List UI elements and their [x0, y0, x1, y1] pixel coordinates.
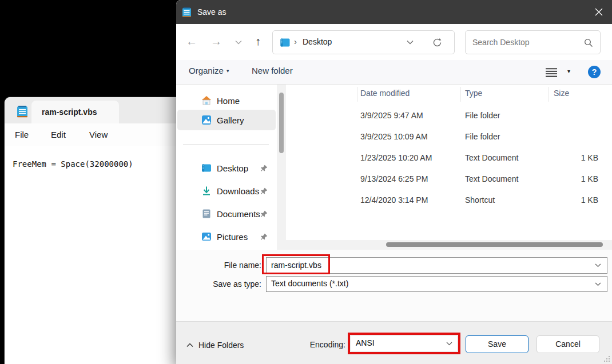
column-header-date-modified[interactable]: Date modified — [360, 89, 410, 98]
forward-icon[interactable]: → — [208, 33, 225, 50]
sidebar-item-downloads[interactable]: Downloads — [177, 181, 276, 201]
new-folder-button[interactable]: New folder — [252, 66, 293, 75]
hide-folders-button[interactable]: Hide Folders — [183, 338, 247, 353]
search-input[interactable] — [472, 31, 581, 53]
chevron-down-icon — [446, 342, 452, 346]
recent-locations-chevron-icon[interactable] — [230, 35, 247, 45]
sidebar-item-gallery[interactable]: Gallery — [177, 110, 276, 130]
sidebar: Home Gallery — [176, 85, 277, 250]
horizontal-scrollbar[interactable] — [286, 240, 612, 250]
cell-type: Text Document — [465, 174, 551, 183]
sidebar-item-label: Gallery — [217, 115, 276, 125]
column-header-size[interactable]: Size — [554, 89, 569, 98]
organize-caret-icon: ▾ — [226, 68, 229, 74]
table-row[interactable]: 1/23/2025 10:20 AM Text Document 1 KB — [286, 147, 612, 169]
notepad-tab-bar: ram-script.vbs — [5, 97, 177, 123]
notepad-menubar: File Edit View — [5, 123, 177, 146]
breadcrumb-desktop[interactable]: Desktop — [303, 37, 332, 46]
cell-date: 3/9/2025 9:47 AM — [360, 111, 460, 120]
home-icon — [201, 95, 212, 106]
pin-icon — [260, 233, 268, 241]
table-row[interactable]: 3/9/2025 10:09 AM File folder — [286, 126, 612, 147]
refresh-icon[interactable] — [432, 37, 443, 48]
notepad-menu-file[interactable]: File — [11, 129, 32, 141]
file-name-input[interactable] — [271, 258, 569, 272]
file-name-label: File name: — [176, 261, 261, 270]
sidebar-item-pictures[interactable]: Pictures — [177, 226, 276, 247]
column-divider[interactable] — [357, 87, 357, 102]
documents-icon — [201, 209, 212, 219]
table-row[interactable]: 3/9/2025 9:47 AM File folder — [286, 105, 612, 126]
sidebar-scrollbar[interactable] — [277, 85, 286, 250]
notepad-tab-ram-script[interactable]: ram-script.vbs — [31, 101, 119, 123]
table-row[interactable]: 12/4/2020 3:14 PM Shortcut 1 KB — [286, 190, 612, 211]
up-icon[interactable]: ↑ — [249, 33, 267, 50]
save-button[interactable]: Save — [466, 335, 528, 353]
sidebar-item-home[interactable]: Home — [177, 90, 276, 111]
file-browser: Home Gallery — [176, 85, 612, 250]
filename-section: File name: Save as type: Text documents … — [176, 250, 612, 321]
notepad-code-line: FreeMem = Space(32000000) — [13, 159, 133, 169]
file-list-header: Date modified Type Size — [286, 85, 612, 104]
dialog-footer: Hide Folders Encoding: ANSI Save Cancel — [176, 321, 612, 364]
organize-label: Organize — [189, 66, 224, 75]
cell-type: File folder — [465, 111, 551, 120]
sidebar-item-label: Documents — [217, 209, 260, 219]
save-as-type-combobox[interactable]: Text documents (*.txt) — [266, 276, 607, 292]
cancel-button[interactable]: Cancel — [537, 335, 599, 353]
notepad-icon — [16, 105, 29, 118]
dialog-toolbar: Organize▾ New folder ▾ ? — [176, 60, 612, 85]
address-bar[interactable]: › Desktop — [272, 30, 455, 54]
file-list: Date modified Type Size 3/9/2025 9:47 AM… — [286, 85, 612, 250]
chevron-down-icon — [595, 282, 601, 286]
file-name-combobox[interactable] — [266, 257, 607, 274]
encoding-label: Encoding: — [271, 340, 345, 349]
cell-size: 1 KB — [554, 174, 598, 183]
notepad-menu-view[interactable]: View — [86, 129, 111, 141]
pictures-icon — [201, 231, 212, 242]
cell-size: 1 KB — [554, 195, 598, 205]
sidebar-item-desktop[interactable]: Desktop — [177, 158, 276, 178]
pin-icon — [260, 187, 268, 195]
cell-type: Text Document — [465, 153, 551, 162]
encoding-combobox[interactable]: ANSI — [351, 336, 457, 351]
column-header-type[interactable]: Type — [465, 89, 482, 98]
desktop-icon — [201, 163, 212, 173]
save-as-type-value: Text documents (*.txt) — [271, 279, 348, 288]
cell-date: 9/13/2024 6:25 PM — [360, 174, 460, 183]
back-icon[interactable]: ← — [183, 33, 200, 50]
table-row[interactable]: 9/13/2024 6:25 PM Text Document 1 KB — [286, 169, 612, 190]
cell-date: 3/9/2025 10:09 AM — [360, 132, 460, 141]
column-divider[interactable] — [460, 87, 461, 102]
resize-grip[interactable] — [603, 355, 610, 362]
encoding-value: ANSI — [356, 338, 375, 347]
gallery-icon — [201, 115, 212, 125]
cell-date: 12/4/2020 3:14 PM — [360, 195, 460, 205]
view-options-icon[interactable] — [546, 68, 557, 77]
chevron-down-icon — [595, 263, 601, 267]
horizontal-scrollbar-thumb[interactable] — [386, 242, 603, 247]
sidebar-item-label: Desktop — [217, 163, 260, 173]
notepad-menu-edit[interactable]: Edit — [47, 129, 69, 141]
search-box — [465, 30, 601, 54]
organize-button[interactable]: Organize▾ — [189, 66, 229, 75]
close-icon[interactable] — [586, 0, 612, 24]
cell-type: Shortcut — [465, 195, 551, 205]
address-dropdown-chevron-icon[interactable] — [407, 40, 414, 45]
cell-size: 1 KB — [554, 153, 598, 162]
sidebar-item-label: Downloads — [217, 186, 260, 196]
save-as-type-label: Save as type: — [176, 279, 261, 289]
help-icon[interactable]: ? — [588, 66, 601, 78]
sidebar-item-documents[interactable]: Documents — [177, 203, 276, 224]
cell-type: File folder — [465, 132, 551, 141]
pin-icon — [260, 210, 268, 218]
view-options-caret-icon[interactable]: ▾ — [567, 68, 570, 74]
column-divider[interactable] — [548, 87, 549, 102]
dialog-titlebar: Save as — [176, 0, 612, 24]
sidebar-scrollbar-thumb[interactable] — [279, 93, 284, 153]
desktop-icon — [280, 38, 290, 47]
dialog-title: Save as — [197, 0, 226, 24]
sidebar-item-label: Home — [217, 96, 276, 106]
notepad-editor[interactable]: FreeMem = Space(32000000) — [5, 146, 177, 364]
dialog-navbar: ← → ↑ › Desktop — [176, 24, 612, 60]
